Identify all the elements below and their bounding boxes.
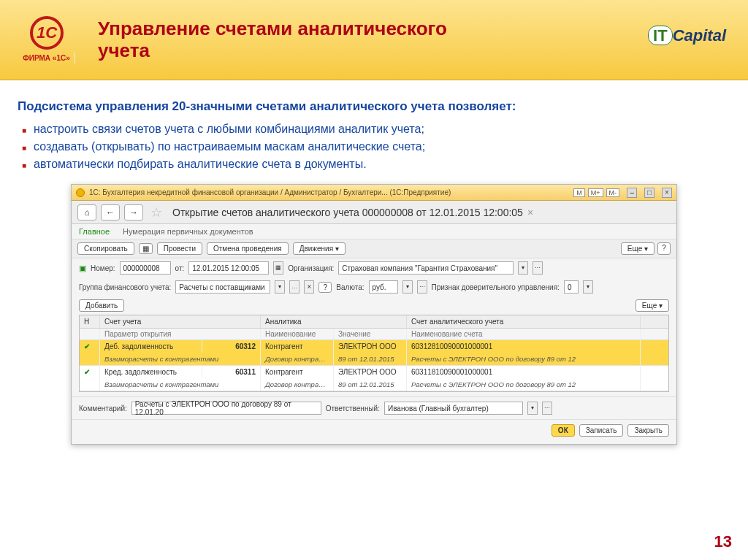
label-number: Номер: [91,264,115,272]
bullet-item: создавать (открывать) по настраиваемым м… [22,140,730,153]
cell-account: 60312810090001000001 [407,340,641,353]
tab-main[interactable]: Главное [79,227,110,236]
open-icon[interactable]: ⋯ [542,402,552,415]
app-icon [76,188,85,197]
app-window: 1С: Бухгалтерия некредитной финансовой о… [71,184,677,445]
group-input[interactable]: Расчеты с поставщиками [175,280,270,294]
check-icon: ✔ [80,340,100,353]
more-button[interactable]: Еще ▾ [636,299,669,312]
table-row[interactable]: ✔ Деб. задолженность 60312 Контрагент ЭЛ… [80,340,668,366]
calendar-icon[interactable]: ▦ [273,261,283,275]
th-account[interactable]: Счет учета [100,315,261,328]
dots-icon[interactable]: … [289,280,299,294]
label-currency: Валюта: [336,283,364,291]
open-icon[interactable]: ⋯ [533,261,543,275]
dropdown-icon[interactable]: ▾ [583,280,593,294]
tab-bar: Главное Нумерация первичных документов [72,224,676,239]
minimize-icon[interactable]: ‒ [627,188,637,198]
org-input[interactable]: Страховая компания "Гарантия Страхования… [338,261,514,275]
close-tab-icon[interactable]: × [527,207,533,218]
add-button[interactable]: Добавить [79,299,124,312]
currency-input[interactable]: руб. [369,280,398,294]
cell-code: 60312 [202,340,261,353]
dialog-buttons: ОК Записать Закрыть [72,419,676,444]
sub-param: Параметр открытия [100,329,261,340]
responsible-input[interactable]: Иванова (Главный бухгалтер) [384,402,523,415]
post-button[interactable]: Провести [157,242,202,255]
table-row[interactable]: ✔ Кред. задолженность 60311 Контрагент Э… [80,366,668,391]
open-icon[interactable]: ⋯ [417,280,427,294]
mem-m[interactable]: M [573,188,585,197]
action-toolbar: Скопировать ▦ Провести Отмена проведения… [72,239,676,258]
cell-type: Кред. задолженность [100,366,202,378]
date-input[interactable]: 12.01.2015 12:00:05 [188,261,269,275]
save-button[interactable]: Записать [579,424,624,437]
cell-an-val: ЭЛЕКТРОН ООО [334,366,407,378]
comment-input[interactable]: Расчеты с ЭЛЕКТРОН ООО по договору 89 от… [131,402,321,415]
brand-itcapital: ITCapital [648,26,726,45]
back-button[interactable]: ← [101,204,120,220]
mem-mminus[interactable]: M- [606,188,620,197]
dropdown-icon[interactable]: ▾ [527,402,538,415]
form-row-2: Группа финансового учета: Расчеты с пост… [72,277,676,296]
label-trust: Признак доверительного управления: [432,283,560,291]
cell-accname: Расчеты с ЭЛЕКТРОН ООО по договору 89 от… [407,353,641,365]
more-button[interactable]: Еще ▾ [621,242,654,255]
th-n[interactable]: Н [80,315,100,328]
cell-subname: Договор контрагента [261,378,334,391]
titlebar[interactable]: 1С: Бухгалтерия некредитной финансовой о… [72,185,676,201]
label-group: Группа финансового учета: [79,283,171,291]
copy-button[interactable]: Скопировать [77,242,134,255]
cell-group: Взаиморасчеты с контрагентами [100,353,261,365]
check-icon: ✔ [80,366,100,378]
form-row-bottom: Комментарий: Расчеты с ЭЛЕКТРОН ООО по д… [72,396,676,419]
bullet-item: автоматически подбирать аналитические сч… [22,158,730,171]
th-analytic-account[interactable]: Счет аналитического учета [407,315,641,328]
label-comment: Комментарий: [79,404,127,413]
open-icon[interactable]: ⨯ [304,280,314,294]
star-icon[interactable]: ☆ [150,204,162,220]
close-button[interactable]: Закрыть [627,424,669,437]
form-row-1: ▣ Номер: 000000008 от: 12.01.2015 12:00:… [72,258,676,277]
sub-accname: Наименование счета [407,329,641,340]
slide-content: Подсистема управления 20-значными счетам… [0,80,748,445]
label-from: от: [175,264,185,272]
posted-icon: ▣ [79,264,86,273]
ok-button[interactable]: ОК [552,424,575,437]
cell-type: Деб. задолженность [100,340,202,353]
number-input[interactable]: 000000008 [120,261,171,275]
close-icon[interactable]: × [662,188,672,198]
page-number: 13 [714,532,732,551]
maximize-icon[interactable]: □ [644,188,654,198]
logo-1c: 1С ФИРМА «1С» [18,11,76,69]
document-title: Открытие счетов аналитического учета 000… [172,207,533,218]
accounts-table[interactable]: Н Счет учета Аналитика Счет аналитическо… [79,315,669,392]
trust-input[interactable]: 0 [564,280,579,294]
th-analytics[interactable]: Аналитика [261,315,407,328]
dropdown-icon[interactable]: ▾ [402,280,413,294]
cell-code: 60311 [202,366,261,378]
help-button[interactable]: ? [657,242,671,255]
dropdown-icon[interactable]: ▾ [518,261,528,275]
cell-group: Взаиморасчеты с контрагентами [100,378,261,391]
movements-button[interactable]: Движения ▾ [293,242,346,255]
intro-text: Подсистема управления 20-значными счетам… [18,99,730,114]
cell-accname: Расчеты с ЭЛЕКТРОН ООО по договору 89 от… [407,378,641,391]
cell-subval: 89 от 12.01.2015 [334,353,407,365]
cell-subval: 89 от 12.01.2015 [334,378,407,391]
sub-name: Наименование [261,329,334,340]
cell-account: 60311810090001000001 [407,366,641,378]
home-button[interactable]: ⌂ [77,204,96,220]
help-button[interactable]: ? [318,282,332,293]
slide-title: Управление счетами аналитического учета [98,18,492,62]
icon-button[interactable]: ▦ [139,243,153,254]
slide-header: 1С ФИРМА «1С» Управление счетами аналити… [0,0,748,80]
unpost-button[interactable]: Отмена проведения [207,242,289,255]
tab-numbering[interactable]: Нумерация первичных документов [123,227,253,236]
dropdown-icon[interactable]: ▾ [275,280,285,294]
forward-button[interactable]: → [124,204,143,220]
cell-subname: Договор контрагента [261,353,334,365]
label-responsible: Ответственный: [326,404,380,413]
mem-mplus[interactable]: M+ [588,188,603,197]
bullet-item: настроить связи счетов учета с любыми ко… [22,123,730,136]
